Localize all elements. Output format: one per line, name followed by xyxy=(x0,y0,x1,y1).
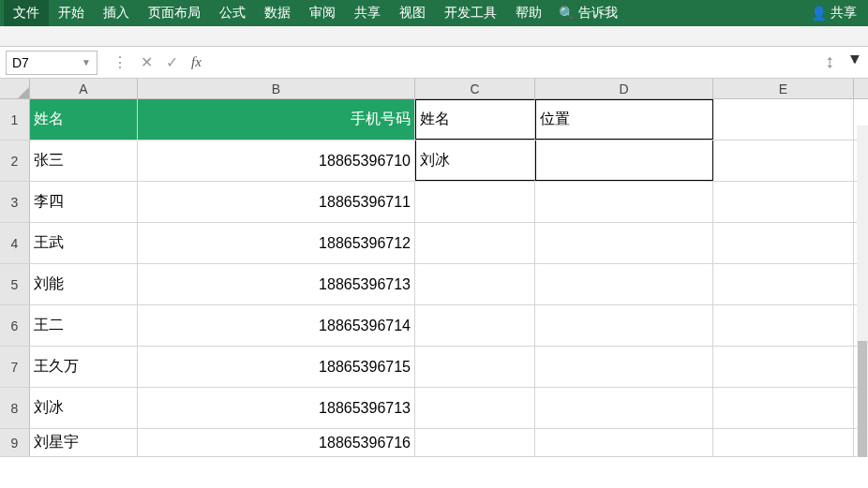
cancel-icon[interactable]: ✕ xyxy=(141,53,153,71)
cell-B4[interactable]: 18865396712 xyxy=(138,223,415,263)
cell-E6[interactable] xyxy=(713,305,854,346)
chevron-down-icon[interactable]: ▼ xyxy=(82,57,91,67)
cell-E3[interactable] xyxy=(713,182,854,222)
row-header[interactable]: 3 xyxy=(0,182,30,222)
cell-C3[interactable] xyxy=(415,182,535,222)
search-icon: 🔍 xyxy=(559,6,575,21)
cell-E2[interactable] xyxy=(713,140,854,181)
cell-C5[interactable] xyxy=(415,264,535,304)
share-button[interactable]: 👤 共享 xyxy=(803,5,864,22)
cell-C8[interactable] xyxy=(415,388,535,428)
cell-A4[interactable]: 王武 xyxy=(30,223,138,263)
tab-home[interactable]: 开始 xyxy=(49,0,94,26)
column-headers: A B C D E xyxy=(0,79,868,99)
cell-E9[interactable] xyxy=(713,429,854,456)
row-2: 2 张三 18865396710 刘冰 xyxy=(0,140,868,182)
cell-B7[interactable]: 18865396715 xyxy=(138,347,415,387)
col-header-A[interactable]: A xyxy=(30,79,138,98)
share-icon: 👤 xyxy=(811,6,827,21)
cell-C4[interactable] xyxy=(415,223,535,263)
row-6: 6 王二 18865396714 xyxy=(0,305,868,347)
formula-bar: D7 ▼ ⋮ ✕ ✓ fx ↕ ⯆ xyxy=(0,47,868,79)
cell-D8[interactable] xyxy=(535,388,713,428)
row-header[interactable]: 5 xyxy=(0,264,30,304)
row-1: 1 姓名 手机号码 姓名 位置 xyxy=(0,99,868,140)
cell-D6[interactable] xyxy=(535,305,713,346)
cell-C1[interactable]: 姓名 xyxy=(415,99,535,140)
cell-C2[interactable]: 刘冰 xyxy=(415,140,535,181)
cell-C6[interactable] xyxy=(415,305,535,346)
formula-bar-dropdown-icon[interactable]: ⯆ xyxy=(849,52,861,66)
cell-E8[interactable] xyxy=(713,388,854,428)
tab-review[interactable]: 审阅 xyxy=(300,0,345,26)
cell-D9[interactable] xyxy=(535,429,713,456)
cell-D4[interactable] xyxy=(535,223,713,263)
cell-E4[interactable] xyxy=(713,223,854,263)
cell-B1[interactable]: 手机号码 xyxy=(138,99,415,140)
enter-icon[interactable]: ✓ xyxy=(166,53,178,71)
tab-file[interactable]: 文件 xyxy=(4,0,49,26)
cell-D2[interactable] xyxy=(535,140,713,181)
cell-E5[interactable] xyxy=(713,264,854,304)
cell-D3[interactable] xyxy=(535,182,713,222)
row-4: 4 王武 18865396712 xyxy=(0,223,868,264)
tab-view[interactable]: 视图 xyxy=(390,0,435,26)
svg-marker-0 xyxy=(18,87,29,98)
ribbon-collapsed-area xyxy=(0,26,868,47)
tab-formulas[interactable]: 公式 xyxy=(210,0,255,26)
name-box[interactable]: D7 ▼ xyxy=(6,51,97,75)
tab-layout[interactable]: 页面布局 xyxy=(139,0,210,26)
cell-A6[interactable]: 王二 xyxy=(30,305,138,346)
tab-data[interactable]: 数据 xyxy=(255,0,300,26)
cell-E7[interactable] xyxy=(713,347,854,387)
cell-C7[interactable] xyxy=(415,347,535,387)
cell-A8[interactable]: 刘冰 xyxy=(30,388,138,428)
cell-B6[interactable]: 18865396714 xyxy=(138,305,415,346)
cell-A1[interactable]: 姓名 xyxy=(30,99,138,140)
cell-B2[interactable]: 18865396710 xyxy=(138,140,415,181)
cell-B8[interactable]: 18865396713 xyxy=(138,388,415,428)
tab-help[interactable]: 帮助 xyxy=(506,0,551,26)
worksheet: A B C D E 1 姓名 手机号码 姓名 位置 2 张三 188653967… xyxy=(0,79,868,457)
row-header[interactable]: 8 xyxy=(0,388,30,428)
more-icon[interactable]: ⋮ xyxy=(112,53,127,71)
tab-developer[interactable]: 开发工具 xyxy=(435,0,506,26)
tab-insert[interactable]: 插入 xyxy=(94,0,139,26)
cell-A5[interactable]: 刘能 xyxy=(30,264,138,304)
cell-B3[interactable]: 18865396711 xyxy=(138,182,415,222)
row-header[interactable]: 7 xyxy=(0,347,30,387)
select-all-corner[interactable] xyxy=(0,79,30,98)
row-7: 7 王久万 18865396715 xyxy=(0,347,868,388)
cell-B5[interactable]: 18865396713 xyxy=(138,264,415,304)
col-header-E[interactable]: E xyxy=(713,79,854,98)
col-header-D[interactable]: D xyxy=(535,79,713,98)
row-8: 8 刘冰 18865396713 xyxy=(0,388,868,429)
share-label: 共享 xyxy=(831,5,857,22)
formula-input[interactable] xyxy=(217,51,862,75)
cell-D1[interactable]: 位置 xyxy=(535,99,713,140)
col-header-B[interactable]: B xyxy=(138,79,415,98)
row-header[interactable]: 4 xyxy=(0,223,30,263)
cell-B9[interactable]: 18865396716 xyxy=(138,429,415,456)
row-3: 3 李四 18865396711 xyxy=(0,182,868,223)
cell-E1[interactable] xyxy=(713,99,854,140)
col-header-C[interactable]: C xyxy=(415,79,535,98)
row-header[interactable]: 6 xyxy=(0,305,30,346)
resize-vertical-icon[interactable]: ↕ xyxy=(825,51,834,72)
fx-button[interactable]: fx xyxy=(191,54,202,70)
scrollbar-thumb[interactable] xyxy=(858,341,867,457)
cell-C9[interactable] xyxy=(415,429,535,456)
tell-me[interactable]: 🔍 告诉我 xyxy=(551,5,625,22)
row-header[interactable]: 2 xyxy=(0,140,30,181)
row-header[interactable]: 1 xyxy=(0,99,30,140)
vertical-scrollbar[interactable] xyxy=(857,126,868,457)
cell-D7[interactable] xyxy=(535,347,713,387)
cell-A9[interactable]: 刘星宇 xyxy=(30,429,138,456)
tab-share1[interactable]: 共享 xyxy=(345,0,390,26)
cell-D5[interactable] xyxy=(535,264,713,304)
cell-A3[interactable]: 李四 xyxy=(30,182,138,222)
cell-A2[interactable]: 张三 xyxy=(30,140,138,181)
row-header[interactable]: 9 xyxy=(0,429,30,456)
cell-A7[interactable]: 王久万 xyxy=(30,347,138,387)
row-5: 5 刘能 18865396713 xyxy=(0,264,868,305)
